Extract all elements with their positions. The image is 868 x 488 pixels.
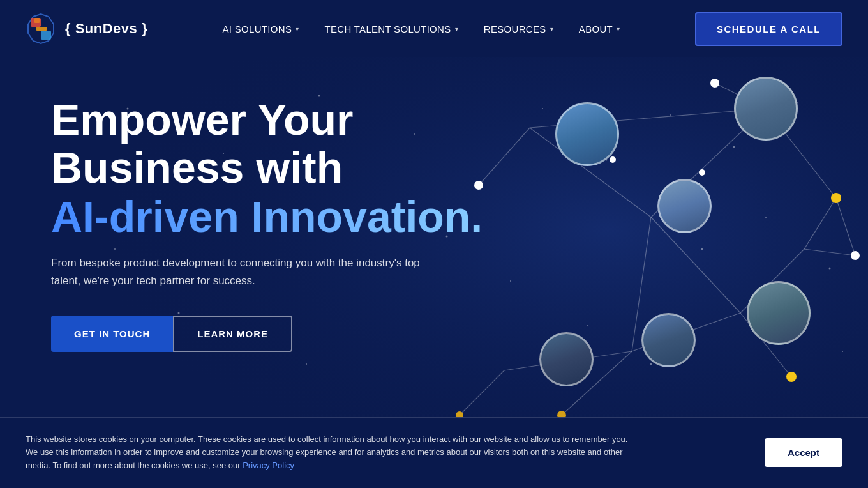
logo-icon [26,13,57,45]
avatar-person-6 [747,281,811,345]
brand-name: { SunDevs } [65,20,147,37]
svg-point-24 [829,268,831,270]
accept-cookies-button[interactable]: Accept [765,438,842,467]
svg-rect-2 [36,27,47,31]
svg-rect-4 [34,18,40,23]
nav-tech-talent[interactable]: TECH TALENT SOLUTIONS ▾ [315,17,468,41]
main-nav: AI SOLUTIONS ▾ TECH TALENT SOLUTIONS ▾ R… [213,17,631,41]
svg-point-29 [650,363,652,365]
svg-point-23 [765,217,767,218]
avatar-person-2 [734,77,798,141]
svg-point-28 [587,325,588,326]
svg-point-30 [842,351,843,352]
hero-accent-title: AI-driven Innovation. [51,192,483,241]
privacy-policy-link[interactable]: Privacy Policy [243,461,294,470]
svg-rect-3 [41,31,51,40]
svg-point-14 [670,114,671,116]
svg-point-21 [510,280,511,282]
avatar-person-1 [555,102,619,166]
svg-point-27 [306,363,307,365]
hero-title-line2: Business with [51,144,483,192]
logo[interactable]: { SunDevs } [26,13,147,45]
svg-point-12 [542,108,543,109]
learn-more-button[interactable]: LEARN MORE [173,316,292,352]
cookie-text: This website stores cookies on your comp… [26,433,632,473]
nav-ai-solutions[interactable]: AI SOLUTIONS ▾ [213,17,310,41]
avatar-person-4 [539,332,594,386]
svg-point-15 [733,146,735,148]
schedule-call-button[interactable]: SCHEDULE A CALL [695,12,842,46]
hero-cta-buttons: GET IN TOUCH LEARN MORE [51,316,483,352]
chevron-icon: ▾ [550,26,553,33]
hero-content: Empower Your Business with AI-driven Inn… [51,96,483,352]
avatar-person-3 [657,179,712,233]
hero-title-line1: Empower Your [51,96,483,144]
cookie-banner: This website stores cookies on your comp… [0,417,868,488]
nav-about[interactable]: ABOUT ▾ [569,17,631,41]
svg-point-22 [701,248,703,250]
get-in-touch-button[interactable]: GET IN TOUCH [51,316,173,352]
nav-resources[interactable]: RESOURCES ▾ [474,17,564,41]
avatar-person-5 [641,313,696,367]
hero-subtitle: From bespoke product development to conn… [51,254,434,290]
chevron-icon: ▾ [617,26,620,33]
chevron-icon: ▾ [296,26,299,33]
chevron-icon: ▾ [455,26,458,33]
header: { SunDevs } AI SOLUTIONS ▾ TECH TALENT S… [0,0,868,57]
hero-title: Empower Your Business with AI-driven Inn… [51,96,483,241]
